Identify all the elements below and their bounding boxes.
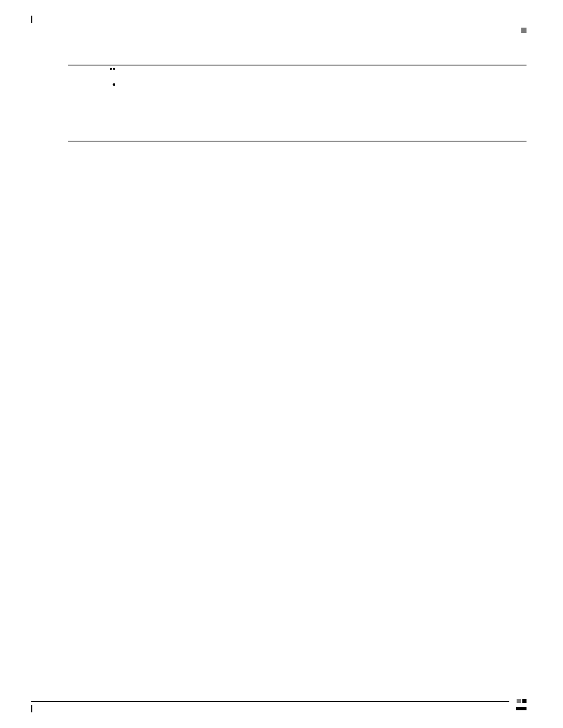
step-1-label [68,71,109,72]
header-section [31,26,527,33]
step-1 [68,71,527,74]
step-3-label [68,85,109,87]
step-3 [68,85,527,89]
footer-square-grey-icon [517,699,521,703]
step-6 [68,108,527,112]
step-8-label [68,121,109,122]
header-square-icon [521,28,527,33]
step-7-label [68,115,109,116]
step-7 [68,115,527,118]
step-5-label [68,98,109,99]
steps-top-rule [68,65,527,66]
footer-square-black-icon [522,699,527,703]
step-5 [68,98,527,105]
step-4 [68,92,527,95]
page-footer [31,699,527,712]
step-2-label [68,77,109,78]
step-8 [68,121,527,128]
header-chapter [31,16,527,23]
footer-page-number [516,707,527,710]
steps-bottom-rule [68,141,527,142]
step-4-label [68,92,109,93]
step-2 [68,77,527,82]
step-9-label [68,131,109,132]
step-6-label [68,108,109,109]
step-9 [68,131,527,134]
